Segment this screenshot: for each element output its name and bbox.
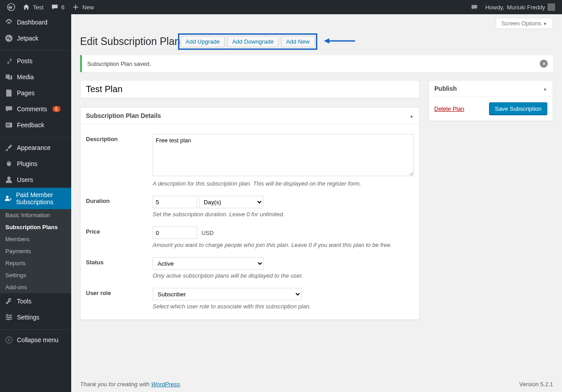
- dismiss-notice-button[interactable]: ✕: [540, 60, 548, 68]
- title-action-buttons: Add Upgrade Add Downgrade Add New: [178, 33, 317, 50]
- menu-item-users[interactable]: Users: [0, 172, 71, 188]
- badge: 6: [53, 106, 61, 112]
- toggle-panel-icon[interactable]: ▲: [409, 113, 414, 118]
- currency-label: USD: [202, 230, 214, 236]
- version-text: Version 5.2.1: [519, 381, 553, 388]
- svg-rect-18: [8, 318, 8, 320]
- my-account[interactable]: Howdy, Muriuki Freddy: [482, 0, 558, 14]
- menu-item-dashboard[interactable]: Dashboard: [0, 14, 71, 30]
- notice-text: Subscription Plan saved.: [87, 61, 151, 67]
- svg-point-10: [7, 177, 10, 180]
- svg-text:$: $: [10, 197, 12, 201]
- wordpress-link[interactable]: WordPress: [151, 381, 180, 388]
- site-name-link[interactable]: Test: [19, 0, 47, 14]
- dashboard-icon: [4, 18, 13, 27]
- user-name: Muriuki Freddy: [507, 4, 545, 11]
- toggle-panel-icon[interactable]: ▲: [543, 86, 547, 91]
- media-icon: [4, 73, 13, 81]
- screen-options-tab[interactable]: Screen Options: [496, 19, 553, 29]
- menu-item-media[interactable]: Media: [0, 69, 71, 85]
- menu-item-pms[interactable]: $Paid Member Subscriptions: [0, 188, 71, 209]
- add-downgrade-button[interactable]: Add Downgrade: [227, 36, 279, 47]
- menu-item-pages[interactable]: Pages: [0, 85, 71, 101]
- comments-link[interactable]: 6: [47, 0, 68, 14]
- menu-item-posts[interactable]: Posts: [0, 53, 71, 69]
- collapse-icon: [4, 335, 13, 344]
- svg-rect-16: [7, 314, 8, 316]
- submenu-item-payments[interactable]: Payments: [0, 245, 71, 257]
- page-icon: [4, 89, 13, 97]
- menu-item-jetpack[interactable]: Jetpack: [0, 30, 71, 46]
- price-help: Amount you want to charge people who joi…: [153, 242, 414, 248]
- menu-item-appearance[interactable]: Appearance: [0, 140, 71, 156]
- notifications[interactable]: [467, 0, 482, 14]
- menu-item-settings[interactable]: Settings: [0, 309, 71, 325]
- status-label: Status: [86, 257, 153, 266]
- submenu-pms: Basic InformationSubscription PlansMembe…: [0, 209, 71, 293]
- brush-icon: [4, 143, 13, 152]
- status-select[interactable]: Active: [153, 257, 264, 270]
- duration-unit-select[interactable]: Day(s): [199, 196, 263, 208]
- save-subscription-button[interactable]: Save Subscription: [489, 102, 547, 115]
- svg-point-3: [7, 75, 8, 76]
- delete-plan-link[interactable]: Delete Plan: [434, 105, 464, 112]
- menu-separator: [0, 48, 71, 51]
- chat-icon: [470, 3, 478, 11]
- add-upgrade-button[interactable]: Add Upgrade: [181, 36, 225, 47]
- site-name: Test: [33, 4, 44, 11]
- svg-rect-1: [471, 5, 477, 8]
- annotation-arrow-icon: [324, 37, 355, 46]
- user-role-help: Select which user role to associate with…: [153, 303, 414, 310]
- publish-heading[interactable]: Publish ▲: [429, 81, 553, 97]
- menu-item-tools[interactable]: Tools: [0, 293, 71, 309]
- svg-rect-13: [6, 315, 12, 316]
- new-content-link[interactable]: New: [68, 0, 97, 14]
- svg-rect-14: [6, 317, 12, 318]
- menu-separator: [0, 135, 71, 137]
- avatar: [548, 4, 555, 11]
- plan-title-input[interactable]: [81, 81, 419, 98]
- submenu-item-basic[interactable]: Basic Information: [0, 209, 71, 221]
- add-new-button[interactable]: Add New: [281, 36, 315, 47]
- wp-logo[interactable]: [4, 0, 19, 14]
- submenu-item-settings[interactable]: Settings: [0, 269, 71, 281]
- home-icon: [22, 3, 30, 11]
- pin-icon: [4, 57, 13, 65]
- plus-icon: [72, 3, 80, 11]
- menu-item-feedback[interactable]: Feedback: [0, 117, 71, 133]
- user-role-label: User role: [86, 288, 153, 296]
- submenu-item-reports[interactable]: Reports: [0, 257, 71, 269]
- user-role-select[interactable]: Subscriber: [153, 288, 302, 300]
- price-label: Price: [86, 226, 153, 235]
- submenu-item-addons[interactable]: Add-ons: [0, 281, 71, 293]
- user-icon: [4, 175, 13, 184]
- menu-separator: [0, 327, 71, 330]
- collapse-menu[interactable]: Collapse menu: [0, 332, 71, 348]
- publish-box: Publish ▲ Delete Plan Save Subscription: [429, 80, 553, 121]
- howdy-prefix: Howdy,: [485, 4, 504, 11]
- svg-rect-15: [6, 319, 12, 320]
- sliders-icon: [4, 313, 13, 322]
- plan-details-heading[interactable]: Subscription Plan Details ▲: [81, 108, 419, 124]
- success-notice: Subscription Plan saved. ✕: [80, 55, 553, 72]
- pms-icon: $: [4, 194, 12, 203]
- admin-bar: Test 6 New Howdy, Muriuki Freddy: [0, 0, 562, 14]
- svg-marker-21: [324, 38, 329, 44]
- submenu-item-plans[interactable]: Subscription Plans: [0, 221, 71, 233]
- plug-icon: [4, 159, 13, 168]
- submenu-item-members[interactable]: Members: [0, 233, 71, 245]
- new-label: New: [82, 4, 94, 11]
- footer: Thank you for creating with WordPress. V…: [71, 376, 562, 392]
- svg-point-0: [8, 4, 15, 11]
- duration-help: Set the subscription duration. Leave 0 f…: [153, 211, 414, 218]
- svg-rect-9: [7, 125, 10, 125]
- menu-item-comments[interactable]: Comments6: [0, 101, 71, 117]
- description-textarea[interactable]: [153, 134, 414, 176]
- description-help: A description for this subscription plan…: [153, 180, 414, 187]
- duration-input[interactable]: [153, 196, 197, 208]
- wrench-icon: [4, 297, 13, 306]
- price-input[interactable]: [153, 226, 197, 239]
- menu-item-plugins[interactable]: Plugins: [0, 156, 71, 172]
- wordpress-icon: [7, 3, 15, 11]
- comment-icon: [4, 105, 13, 113]
